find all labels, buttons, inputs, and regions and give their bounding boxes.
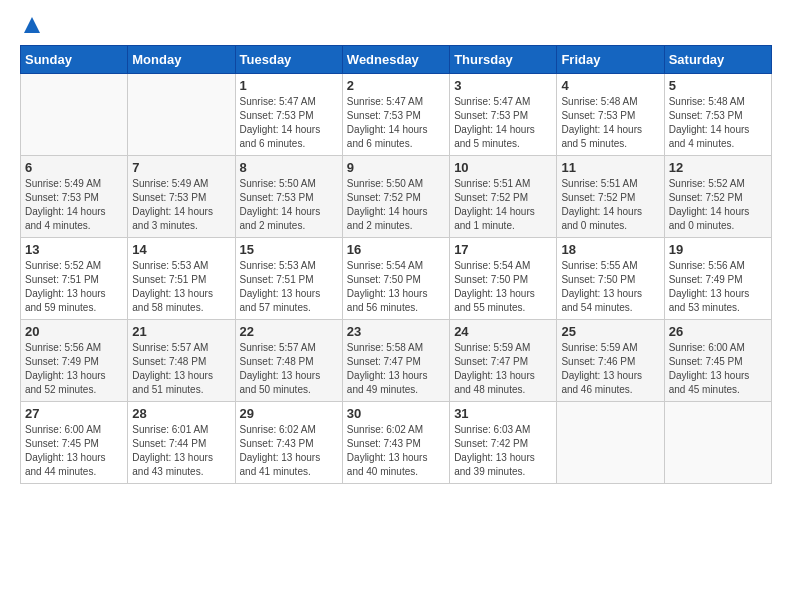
calendar-header-saturday: Saturday [664,46,771,74]
calendar-cell: 16Sunrise: 5:54 AM Sunset: 7:50 PM Dayli… [342,238,449,320]
day-info: Sunrise: 5:54 AM Sunset: 7:50 PM Dayligh… [347,259,445,315]
day-number: 12 [669,160,767,175]
calendar-header-thursday: Thursday [450,46,557,74]
calendar-cell [21,74,128,156]
calendar-cell [664,402,771,484]
day-number: 27 [25,406,123,421]
day-number: 25 [561,324,659,339]
calendar-week-row: 1Sunrise: 5:47 AM Sunset: 7:53 PM Daylig… [21,74,772,156]
day-number: 22 [240,324,338,339]
day-info: Sunrise: 5:53 AM Sunset: 7:51 PM Dayligh… [240,259,338,315]
calendar-cell: 6Sunrise: 5:49 AM Sunset: 7:53 PM Daylig… [21,156,128,238]
day-number: 24 [454,324,552,339]
day-number: 4 [561,78,659,93]
day-info: Sunrise: 6:00 AM Sunset: 7:45 PM Dayligh… [669,341,767,397]
calendar-cell: 17Sunrise: 5:54 AM Sunset: 7:50 PM Dayli… [450,238,557,320]
day-number: 5 [669,78,767,93]
day-number: 1 [240,78,338,93]
day-number: 10 [454,160,552,175]
day-number: 11 [561,160,659,175]
day-info: Sunrise: 5:53 AM Sunset: 7:51 PM Dayligh… [132,259,230,315]
day-number: 19 [669,242,767,257]
calendar-cell: 8Sunrise: 5:50 AM Sunset: 7:53 PM Daylig… [235,156,342,238]
calendar-cell: 12Sunrise: 5:52 AM Sunset: 7:52 PM Dayli… [664,156,771,238]
calendar-cell: 21Sunrise: 5:57 AM Sunset: 7:48 PM Dayli… [128,320,235,402]
day-number: 7 [132,160,230,175]
day-number: 2 [347,78,445,93]
calendar-cell: 30Sunrise: 6:02 AM Sunset: 7:43 PM Dayli… [342,402,449,484]
day-info: Sunrise: 5:57 AM Sunset: 7:48 PM Dayligh… [240,341,338,397]
calendar-cell: 20Sunrise: 5:56 AM Sunset: 7:49 PM Dayli… [21,320,128,402]
day-info: Sunrise: 5:51 AM Sunset: 7:52 PM Dayligh… [561,177,659,233]
calendar-cell: 23Sunrise: 5:58 AM Sunset: 7:47 PM Dayli… [342,320,449,402]
day-number: 9 [347,160,445,175]
calendar-cell: 7Sunrise: 5:49 AM Sunset: 7:53 PM Daylig… [128,156,235,238]
day-number: 8 [240,160,338,175]
day-info: Sunrise: 6:01 AM Sunset: 7:44 PM Dayligh… [132,423,230,479]
svg-marker-0 [24,17,40,33]
day-info: Sunrise: 5:52 AM Sunset: 7:52 PM Dayligh… [669,177,767,233]
calendar-cell: 10Sunrise: 5:51 AM Sunset: 7:52 PM Dayli… [450,156,557,238]
calendar-cell: 18Sunrise: 5:55 AM Sunset: 7:50 PM Dayli… [557,238,664,320]
day-number: 31 [454,406,552,421]
day-info: Sunrise: 5:58 AM Sunset: 7:47 PM Dayligh… [347,341,445,397]
day-number: 15 [240,242,338,257]
day-number: 13 [25,242,123,257]
day-info: Sunrise: 6:02 AM Sunset: 7:43 PM Dayligh… [347,423,445,479]
day-number: 20 [25,324,123,339]
calendar-header-monday: Monday [128,46,235,74]
day-number: 18 [561,242,659,257]
calendar-week-row: 13Sunrise: 5:52 AM Sunset: 7:51 PM Dayli… [21,238,772,320]
calendar-cell: 29Sunrise: 6:02 AM Sunset: 7:43 PM Dayli… [235,402,342,484]
day-number: 14 [132,242,230,257]
calendar-cell [128,74,235,156]
calendar-week-row: 20Sunrise: 5:56 AM Sunset: 7:49 PM Dayli… [21,320,772,402]
day-number: 16 [347,242,445,257]
day-info: Sunrise: 5:56 AM Sunset: 7:49 PM Dayligh… [25,341,123,397]
day-info: Sunrise: 5:55 AM Sunset: 7:50 PM Dayligh… [561,259,659,315]
day-number: 23 [347,324,445,339]
calendar-cell: 22Sunrise: 5:57 AM Sunset: 7:48 PM Dayli… [235,320,342,402]
day-number: 30 [347,406,445,421]
calendar-cell: 15Sunrise: 5:53 AM Sunset: 7:51 PM Dayli… [235,238,342,320]
calendar-header-sunday: Sunday [21,46,128,74]
calendar-cell: 2Sunrise: 5:47 AM Sunset: 7:53 PM Daylig… [342,74,449,156]
day-info: Sunrise: 5:54 AM Sunset: 7:50 PM Dayligh… [454,259,552,315]
calendar-cell: 4Sunrise: 5:48 AM Sunset: 7:53 PM Daylig… [557,74,664,156]
calendar-header-row: SundayMondayTuesdayWednesdayThursdayFrid… [21,46,772,74]
calendar-week-row: 27Sunrise: 6:00 AM Sunset: 7:45 PM Dayli… [21,402,772,484]
calendar-cell: 27Sunrise: 6:00 AM Sunset: 7:45 PM Dayli… [21,402,128,484]
calendar-cell: 1Sunrise: 5:47 AM Sunset: 7:53 PM Daylig… [235,74,342,156]
calendar-header-wednesday: Wednesday [342,46,449,74]
day-info: Sunrise: 5:59 AM Sunset: 7:46 PM Dayligh… [561,341,659,397]
calendar-cell: 25Sunrise: 5:59 AM Sunset: 7:46 PM Dayli… [557,320,664,402]
calendar-cell: 19Sunrise: 5:56 AM Sunset: 7:49 PM Dayli… [664,238,771,320]
day-info: Sunrise: 5:56 AM Sunset: 7:49 PM Dayligh… [669,259,767,315]
day-info: Sunrise: 5:50 AM Sunset: 7:53 PM Dayligh… [240,177,338,233]
day-number: 26 [669,324,767,339]
calendar-cell: 13Sunrise: 5:52 AM Sunset: 7:51 PM Dayli… [21,238,128,320]
calendar-table: SundayMondayTuesdayWednesdayThursdayFrid… [20,45,772,484]
day-info: Sunrise: 5:47 AM Sunset: 7:53 PM Dayligh… [347,95,445,151]
day-info: Sunrise: 5:48 AM Sunset: 7:53 PM Dayligh… [669,95,767,151]
calendar-cell: 11Sunrise: 5:51 AM Sunset: 7:52 PM Dayli… [557,156,664,238]
day-number: 3 [454,78,552,93]
calendar-header-tuesday: Tuesday [235,46,342,74]
logo [20,20,42,35]
day-info: Sunrise: 6:00 AM Sunset: 7:45 PM Dayligh… [25,423,123,479]
calendar-cell: 14Sunrise: 5:53 AM Sunset: 7:51 PM Dayli… [128,238,235,320]
page-header [20,20,772,35]
day-number: 21 [132,324,230,339]
day-info: Sunrise: 5:47 AM Sunset: 7:53 PM Dayligh… [454,95,552,151]
calendar-cell: 9Sunrise: 5:50 AM Sunset: 7:52 PM Daylig… [342,156,449,238]
logo-icon [22,15,42,35]
calendar-cell [557,402,664,484]
day-info: Sunrise: 6:02 AM Sunset: 7:43 PM Dayligh… [240,423,338,479]
day-info: Sunrise: 5:49 AM Sunset: 7:53 PM Dayligh… [132,177,230,233]
day-info: Sunrise: 5:59 AM Sunset: 7:47 PM Dayligh… [454,341,552,397]
day-info: Sunrise: 5:52 AM Sunset: 7:51 PM Dayligh… [25,259,123,315]
calendar-cell: 31Sunrise: 6:03 AM Sunset: 7:42 PM Dayli… [450,402,557,484]
calendar-cell: 24Sunrise: 5:59 AM Sunset: 7:47 PM Dayli… [450,320,557,402]
calendar-cell: 28Sunrise: 6:01 AM Sunset: 7:44 PM Dayli… [128,402,235,484]
day-info: Sunrise: 5:57 AM Sunset: 7:48 PM Dayligh… [132,341,230,397]
